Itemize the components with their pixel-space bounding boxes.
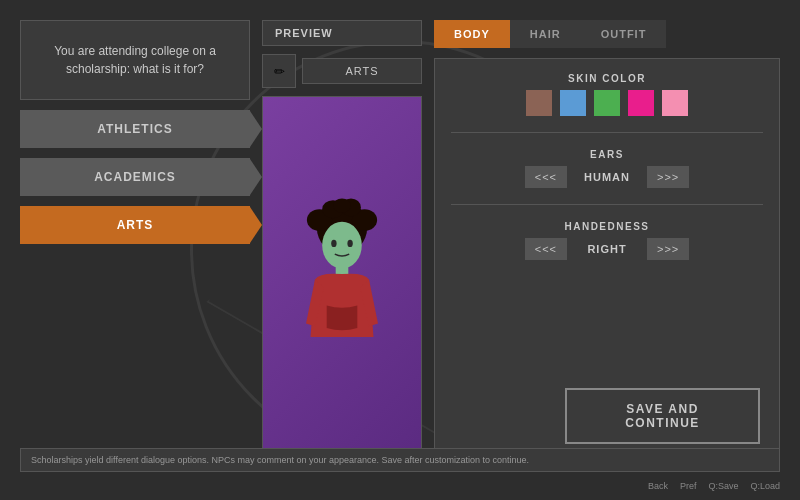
save-continue-button[interactable]: SAVE AND CONTINUE — [565, 388, 760, 444]
pencil-button[interactable]: ✏ — [262, 54, 296, 88]
swatch-1[interactable] — [560, 90, 586, 116]
ears-section: EARS <<< HUMAN >>> — [451, 149, 763, 188]
info-text: Scholarships yield different dialogue op… — [31, 455, 529, 465]
handedness-row: <<< RIGHT >>> — [451, 238, 763, 260]
footer-load[interactable]: Q:Load — [750, 481, 780, 491]
handedness-next-btn[interactable]: >>> — [647, 238, 689, 260]
arts-subtitle: ARTS — [302, 58, 422, 84]
choice-athletics[interactable]: ATHLETICS — [20, 110, 250, 148]
footer-save[interactable]: Q:Save — [708, 481, 738, 491]
ears-next-btn[interactable]: >>> — [647, 166, 689, 188]
separator-2 — [451, 204, 763, 205]
handedness-prev-btn[interactable]: <<< — [525, 238, 567, 260]
swatch-0[interactable] — [526, 90, 552, 116]
bottom-row: Scholarships yield different dialogue op… — [20, 448, 780, 472]
swatch-2[interactable] — [594, 90, 620, 116]
footer-controls: Back Pref Q:Save Q:Load — [648, 481, 780, 491]
skin-colors — [451, 90, 763, 116]
skin-color-label: SKIN COLOR — [451, 73, 763, 84]
choice-arts[interactable]: ARTS — [20, 206, 250, 244]
ears-label: EARS — [451, 149, 763, 160]
pencil-icon: ✏ — [274, 64, 285, 79]
preview-controls: ✏ ARTS — [262, 54, 422, 88]
tab-outfit[interactable]: OUTFIT — [581, 20, 667, 48]
handedness-value: RIGHT — [577, 243, 637, 255]
left-panel: You are attending college on a scholarsh… — [20, 20, 250, 470]
handedness-label: HANDEDNESS — [451, 221, 763, 232]
separator-1 — [451, 132, 763, 133]
handedness-section: HANDEDNESS <<< RIGHT >>> — [451, 221, 763, 260]
character-preview — [262, 96, 422, 470]
svg-point-6 — [322, 222, 362, 269]
ears-prev-btn[interactable]: <<< — [525, 166, 567, 188]
svg-point-7 — [331, 240, 336, 247]
footer-bar: Back Pref Q:Save Q:Load — [0, 472, 800, 500]
middle-panel: PREVIEW ✏ ARTS — [262, 20, 422, 470]
question-text: You are attending college on a scholarsh… — [35, 42, 235, 78]
svg-point-8 — [347, 240, 352, 247]
tab-hair[interactable]: HAIR — [510, 20, 581, 48]
footer-back[interactable]: Back — [648, 481, 668, 491]
preview-label: PREVIEW — [262, 20, 422, 46]
svg-point-5 — [333, 198, 351, 212]
character-svg — [287, 193, 397, 373]
skin-color-section: SKIN COLOR — [451, 73, 763, 116]
info-box: Scholarships yield different dialogue op… — [20, 448, 780, 472]
footer-pref[interactable]: Pref — [680, 481, 697, 491]
choice-academics[interactable]: ACADEMICS — [20, 158, 250, 196]
arrow-athletics — [250, 111, 262, 147]
arrow-academics — [250, 159, 262, 195]
tab-body[interactable]: BODY — [434, 20, 510, 48]
ears-row: <<< HUMAN >>> — [451, 166, 763, 188]
swatch-3[interactable] — [628, 90, 654, 116]
swatch-4[interactable] — [662, 90, 688, 116]
question-box: You are attending college on a scholarsh… — [20, 20, 250, 100]
tab-bar: BODY HAIR OUTFIT — [434, 20, 780, 48]
ears-value: HUMAN — [577, 171, 637, 183]
arrow-arts — [250, 207, 262, 243]
